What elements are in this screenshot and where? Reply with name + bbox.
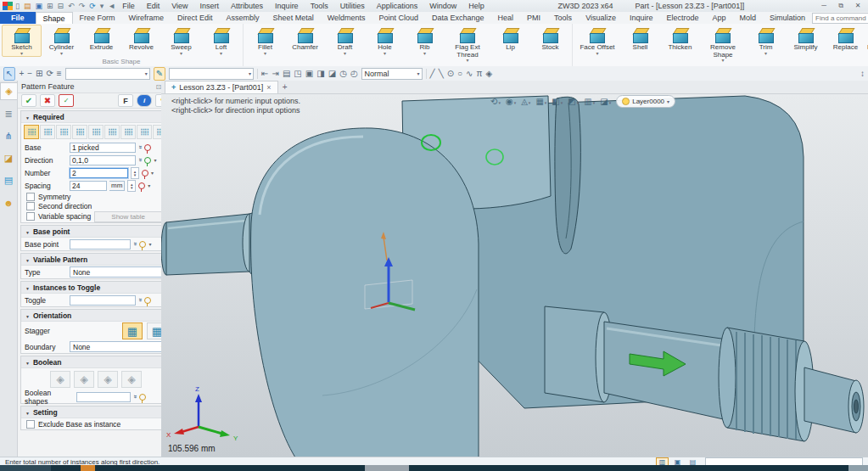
circle-draw-icon[interactable]: ○: [457, 68, 462, 80]
pi-curve-icon[interactable]: π: [477, 68, 483, 80]
tab-close-icon[interactable]: ×: [266, 83, 271, 92]
dropdown-caret-icon[interactable]: ▾: [148, 241, 151, 247]
expand-chevron-icon[interactable]: »: [132, 395, 139, 398]
add-pick-icon[interactable]: +: [19, 68, 24, 80]
viewport[interactable]: Z X Y 105.596 mm <right-click> for numer…: [161, 94, 868, 457]
display-filter-icon[interactable]: ◪: [600, 97, 611, 106]
manager-tab-history[interactable]: ≣: [1, 106, 17, 122]
tab-file[interactable]: File: [0, 12, 36, 24]
save-icon[interactable]: ▣: [35, 2, 42, 10]
ribbon-item-rib[interactable]: Rib▾: [405, 25, 445, 57]
view-manager-icon[interactable]: ◳: [294, 68, 301, 80]
manager-tab-view[interactable]: ▤: [1, 172, 17, 188]
section-header-setting[interactable]: Setting: [21, 407, 171, 418]
menu-utilities[interactable]: Utilities: [340, 2, 365, 10]
ribbon-item-replace[interactable]: Replace: [826, 25, 865, 53]
minimize-button[interactable]: ─: [818, 2, 830, 10]
regen-icon[interactable]: ⟳: [89, 2, 96, 10]
dropdown-caret-icon[interactable]: ▾: [154, 157, 156, 163]
ribbon-item-cylinder[interactable]: Cylinder▾: [42, 25, 81, 57]
section-icon[interactable]: ◧: [552, 97, 563, 106]
ribbon-item-loft[interactable]: Loft▾: [201, 25, 241, 57]
menu-attributes[interactable]: Attributes: [231, 2, 263, 10]
pattern-type-point-to-point-icon[interactable]: [56, 125, 71, 139]
view-orient-icon[interactable]: ⟲: [490, 97, 501, 106]
undo-icon[interactable]: ↶: [68, 2, 75, 10]
grid-icon[interactable]: ▦: [535, 97, 546, 106]
layer-dropdown[interactable]: Layer0000 ▾: [616, 95, 675, 108]
ribbon-item-stock[interactable]: Stock: [530, 25, 570, 53]
tab-visualize[interactable]: Visualize: [579, 12, 623, 24]
menu-inquire[interactable]: Inquire: [275, 2, 299, 10]
tab-shape[interactable]: Shape: [36, 12, 73, 24]
type-dropdown[interactable]: None: [70, 266, 167, 278]
display-mode-icon[interactable]: ▣: [305, 68, 313, 80]
print-icon[interactable]: ⊞: [47, 2, 53, 10]
ribbon-item-sketch[interactable]: Sketch▾: [2, 25, 42, 57]
boundary-dropdown[interactable]: None: [70, 341, 167, 352]
cancel-button[interactable]: ✖: [40, 94, 55, 107]
tab-simulation[interactable]: Simulation: [763, 12, 812, 24]
close-button[interactable]: ✕: [852, 2, 864, 10]
second-direction-checkbox[interactable]: [26, 202, 35, 210]
section-view-icon[interactable]: ◪: [328, 68, 336, 80]
boolean-shapes-input[interactable]: [76, 392, 131, 402]
pick-probe-icon[interactable]: [139, 394, 146, 401]
menu-applications[interactable]: Applications: [377, 2, 418, 10]
ribbon-item-simplify[interactable]: Simplify: [786, 25, 826, 53]
pick-probe-icon[interactable]: [144, 144, 151, 151]
filter-toggle-button[interactable]: F: [118, 94, 133, 107]
section-header-required[interactable]: Required: [21, 111, 171, 123]
menu-insert[interactable]: Insert: [200, 2, 220, 10]
align-left-icon[interactable]: ⇤: [261, 68, 268, 80]
pick-probe-icon[interactable]: [138, 182, 145, 189]
menu-file[interactable]: File: [122, 2, 135, 10]
menu-window[interactable]: Window: [429, 2, 456, 10]
ribbon-item-sweep[interactable]: Sweep▾: [161, 25, 201, 57]
expand-chevron-icon[interactable]: »: [137, 158, 144, 161]
pattern-type-polygon-icon[interactable]: [104, 125, 120, 139]
ribbon-item-extrude[interactable]: Extrude: [81, 25, 121, 53]
expand-chevron-icon[interactable]: »: [137, 145, 144, 149]
spacing-input[interactable]: [70, 181, 107, 191]
tab-weldments[interactable]: Weldments: [321, 12, 372, 24]
pattern-type-fill-icon[interactable]: [120, 125, 136, 139]
pattern-type-at-face-icon[interactable]: [88, 125, 104, 139]
stagger-uniform-icon[interactable]: [122, 322, 143, 339]
sketch-plane-icon[interactable]: ✎: [154, 67, 165, 81]
filter-list-icon[interactable]: ≡: [57, 68, 62, 80]
tab-inquire[interactable]: Inquire: [623, 12, 660, 24]
circle-center-icon[interactable]: ⊙: [447, 68, 454, 80]
boolean-add-icon[interactable]: [74, 371, 94, 388]
line-draw-icon[interactable]: ╲: [439, 68, 444, 80]
zoom-all-icon[interactable]: ◉: [506, 97, 516, 106]
ribbon-item-remove-shape[interactable]: Remove Shape▾: [700, 25, 746, 64]
tab-sheet-metal[interactable]: Sheet Metal: [266, 12, 321, 24]
new-file-icon[interactable]: ▯: [15, 2, 20, 10]
shadow-icon[interactable]: ◩: [568, 97, 579, 106]
open-file-icon[interactable]: ▤: [24, 2, 31, 10]
ribbon-item-face-offset[interactable]: Face Offset▾: [574, 25, 620, 57]
export-icon[interactable]: ⊟: [58, 2, 64, 10]
ribbon-item-lip[interactable]: Lip: [490, 25, 530, 53]
expand-chevron-icon[interactable]: »: [137, 298, 144, 301]
boolean-none-icon[interactable]: [50, 371, 70, 388]
qat-dropdown-icon[interactable]: ▾: [100, 2, 104, 10]
direction-probe-icon[interactable]: [144, 157, 151, 164]
pattern-type-circular-icon[interactable]: [40, 125, 55, 139]
spacing-spinner[interactable]: [127, 180, 136, 192]
new-tab-button[interactable]: +: [278, 81, 292, 93]
tab-app[interactable]: App: [706, 12, 733, 24]
dropdown-caret-icon[interactable]: ▾: [148, 182, 150, 188]
tab-mold[interactable]: Mold: [733, 12, 764, 24]
section-header-variable-pattern[interactable]: Variable Pattern: [21, 254, 171, 266]
regen-history-icon[interactable]: ◴: [350, 68, 358, 80]
direction-input[interactable]: [70, 155, 136, 165]
tab-assembly[interactable]: Assembly: [220, 12, 266, 24]
align-right-icon[interactable]: ⇥: [272, 68, 278, 80]
ok-button[interactable]: ✔: [21, 94, 36, 107]
shade-mode-icon[interactable]: ◨: [316, 68, 324, 80]
pick-box-icon[interactable]: ⊞: [36, 68, 42, 80]
history-icon[interactable]: ◷: [339, 68, 347, 80]
ribbon-item-revolve[interactable]: Revolve: [121, 25, 161, 53]
